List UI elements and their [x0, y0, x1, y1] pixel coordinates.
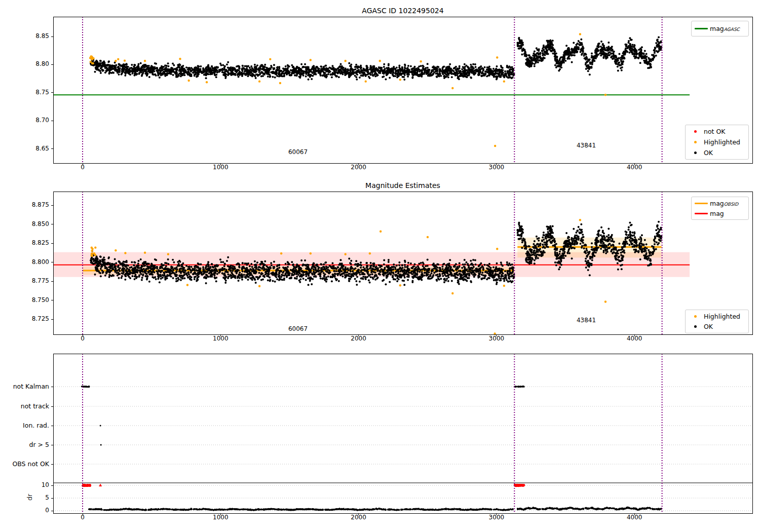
legend-top-status-entry-ok: OK — [687, 147, 745, 158]
flag-row-label-not-kalman: not Kalman — [0, 383, 49, 390]
flag-row-label-not-track: not track — [0, 402, 49, 410]
legend-mid-lines-entry-mag: magOBSID — [693, 198, 745, 208]
plot2-xtick-3000: 3000 — [476, 335, 517, 342]
plot2-xtick-2000: 2000 — [338, 335, 379, 342]
plot1-ytick-8.70: 8.70 — [0, 117, 49, 124]
legend-mid-status-entry-ok: OK — [687, 322, 745, 332]
plot3-xtick-3000: 3000 — [476, 514, 517, 521]
legend-entry-label: not OK — [704, 128, 725, 135]
legend-dot-sample — [687, 130, 704, 133]
plots-canvas — [0, 0, 760, 532]
legend-mid-status: HighlightedOK — [685, 310, 749, 333]
plot3-xtick-0: 0 — [62, 514, 103, 521]
plot2-ytick-8.750: 8.750 — [0, 296, 49, 303]
plot1-ytick-8.80: 8.80 — [0, 60, 49, 67]
legend-line-sample — [693, 213, 710, 214]
plot1-title: AGASC ID 1022495024 — [362, 7, 443, 15]
legend-entry-label: magOBSID — [710, 200, 738, 207]
flag-row-label-obs-not-ok: OBS not OK — [0, 460, 49, 468]
legend-mag-agasc-entry-mag: magAGASC — [693, 23, 745, 34]
legend-dot-sample — [687, 151, 704, 154]
flag-row-label-ion-rad-: Ion. rad. — [0, 422, 49, 429]
dr-tick-0: 0 — [0, 507, 49, 514]
plot2-ytick-8.850: 8.850 — [0, 220, 49, 227]
legend-mag-agasc: magAGASC — [691, 21, 749, 36]
legend-top-status-entry-highlighted: Highlighted — [687, 137, 745, 147]
legend-dot-sample — [687, 325, 704, 328]
plot3-xtick-4000: 4000 — [614, 514, 655, 521]
plot2-ytick-8.725: 8.725 — [0, 315, 49, 322]
plot2-xtick-0: 0 — [62, 335, 103, 342]
plot1-ytick-8.85: 8.85 — [0, 32, 49, 40]
legend-entry-subscript: OBSID — [724, 202, 738, 207]
legend-entry-label: OK — [704, 323, 713, 330]
plot2-ytick-8.825: 8.825 — [0, 239, 49, 246]
obsid-label-60067-top: 60067 — [288, 148, 308, 156]
plot1-xtick-2000: 2000 — [338, 164, 379, 171]
plot2-xtick-1000: 1000 — [200, 335, 241, 342]
plot1-xtick-0: 0 — [62, 164, 103, 171]
plot2-title: Magnitude Estimates — [365, 181, 440, 189]
legend-line-sample — [693, 28, 710, 29]
plot3-xtick-1000: 1000 — [200, 514, 241, 521]
legend-mid-lines-entry-mag: mag — [693, 208, 745, 218]
dr-tick-5: 5 — [0, 494, 49, 501]
legend-entry-label: Highlighted — [704, 313, 740, 320]
legend-dot-sample — [687, 315, 704, 318]
plot1-xtick-3000: 3000 — [476, 164, 517, 171]
obsid-label-43841-middle: 43841 — [577, 317, 596, 324]
plot3-xtick-2000: 2000 — [338, 514, 379, 521]
obsid-label-60067-middle: 60067 — [288, 325, 308, 332]
legend-top-status: not OKHighlightedOK — [685, 125, 749, 160]
plot2-ytick-8.875: 8.875 — [0, 201, 49, 208]
legend-line-sample — [693, 203, 710, 204]
flag-row-label-dr-5: dr > 5 — [0, 441, 49, 448]
plot2-ytick-8.775: 8.775 — [0, 277, 49, 284]
dr-tick-10: 10 — [0, 481, 49, 488]
legend-entry-label: mag — [710, 210, 724, 217]
plot2-ytick-8.800: 8.800 — [0, 258, 49, 265]
plot1-xtick-1000: 1000 — [200, 164, 241, 171]
plot2-xtick-4000: 4000 — [614, 335, 655, 342]
legend-mid-status-entry-highlighted: Highlighted — [687, 311, 745, 322]
legend-entry-label: OK — [704, 149, 713, 157]
plot1-ytick-8.65: 8.65 — [0, 145, 49, 152]
legend-mid-lines: magOBSIDmag — [691, 197, 749, 220]
figure-root: AGASC ID 1022495024 Magnitude Estimates … — [0, 0, 760, 532]
plot1-ytick-8.75: 8.75 — [0, 89, 49, 96]
legend-dot-sample — [687, 141, 704, 143]
legend-entry-label: magAGASC — [710, 25, 740, 32]
legend-entry-subscript: AGASC — [724, 27, 740, 32]
legend-top-status-entry-not-ok: not OK — [687, 126, 745, 137]
legend-entry-label: Highlighted — [704, 138, 740, 146]
obsid-label-43841-top: 43841 — [577, 142, 596, 149]
plot1-xtick-4000: 4000 — [614, 164, 655, 171]
